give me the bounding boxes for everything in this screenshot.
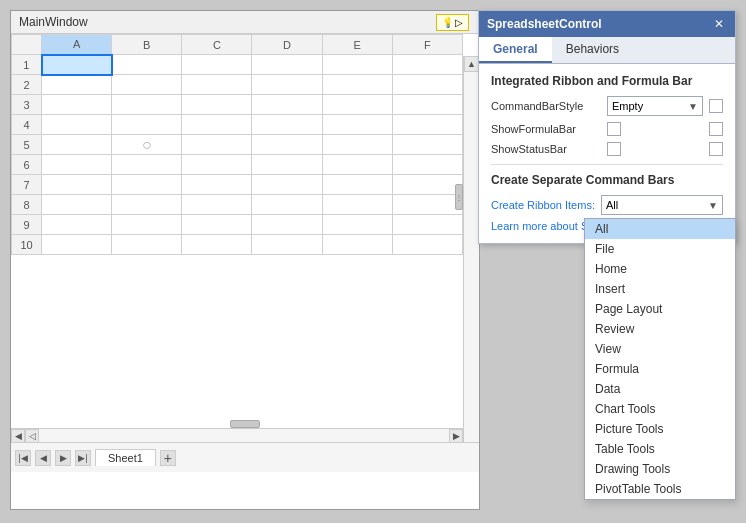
ribbon-items-arrow-icon: ▼ xyxy=(708,200,718,211)
dropdown-item-drawing-tools[interactable]: Drawing Tools xyxy=(585,459,735,479)
dropdown-item-review[interactable]: Review xyxy=(585,319,735,339)
table-row: 3 xyxy=(12,95,463,115)
dropdown-item-formula[interactable]: Formula xyxy=(585,359,735,379)
commandbar-style-dropdown[interactable]: Empty ▼ xyxy=(607,96,703,116)
horizontal-scrollbar[interactable]: ◀ ◁ ▶ xyxy=(11,428,463,442)
props-content: Integrated Ribbon and Formula Bar Comman… xyxy=(479,64,735,243)
props-header: SpreadsheetControl ✕ xyxy=(479,11,735,37)
create-ribbon-items-row: Create Ribbon Items: All ▼ xyxy=(491,195,723,215)
hint-expand-button[interactable]: ▷ xyxy=(450,14,469,31)
props-close-button[interactable]: ✕ xyxy=(711,16,727,32)
show-status-bar-extra xyxy=(709,142,723,156)
show-status-bar-row: ShowStatusBar xyxy=(491,142,723,156)
tab-last-button[interactable]: ▶| xyxy=(75,450,91,466)
col-header-a[interactable]: A xyxy=(42,35,112,55)
dropdown-item-page-layout[interactable]: Page Layout xyxy=(585,299,735,319)
cell-a1[interactable] xyxy=(42,55,112,75)
tab-next-button[interactable]: ▶ xyxy=(55,450,71,466)
dropdown-item-insert[interactable]: Insert xyxy=(585,279,735,299)
cell-b1[interactable] xyxy=(112,55,182,75)
separate-command-bars-label: Create Separate Command Bars xyxy=(491,173,723,187)
dropdown-item-view[interactable]: View xyxy=(585,339,735,359)
scroll-right-button[interactable]: ▶ xyxy=(449,429,463,443)
table-row: 6 xyxy=(12,155,463,175)
col-header-b[interactable]: B xyxy=(112,35,182,55)
dropdown-item-pivottable-tools[interactable]: PivotTable Tools xyxy=(585,479,735,499)
dropdown-item-table-tools[interactable]: Table Tools xyxy=(585,439,735,459)
create-ribbon-items-link[interactable]: Create Ribbon Items: xyxy=(491,199,595,211)
commandbar-style-value: Empty xyxy=(612,100,643,112)
props-tabs: General Behaviors xyxy=(479,37,735,64)
scroll-left2-button[interactable]: ◁ xyxy=(25,429,39,443)
dropdown-item-data[interactable]: Data xyxy=(585,379,735,399)
props-title: SpreadsheetControl xyxy=(487,17,602,31)
dropdown-arrow-icon: ▼ xyxy=(688,101,698,112)
table-row: 10 xyxy=(12,235,463,255)
scroll-up-button[interactable]: ▲ xyxy=(464,56,480,72)
scroll-left-button[interactable]: ◀ xyxy=(11,429,25,443)
show-status-bar-checkbox[interactable] xyxy=(607,142,621,156)
bottom-splitter-handle[interactable] xyxy=(230,420,260,428)
show-status-bar-label: ShowStatusBar xyxy=(491,143,601,155)
sheet1-tab[interactable]: Sheet1 xyxy=(95,449,156,466)
cell-c1[interactable] xyxy=(182,55,252,75)
tab-prev-button[interactable]: ◀ xyxy=(35,450,51,466)
dropdown-item-picture-tools[interactable]: Picture Tools xyxy=(585,419,735,439)
ribbon-items-dropdown-list: All File Home Insert Page Layout Review … xyxy=(584,218,736,500)
col-header-c[interactable]: C xyxy=(182,35,252,55)
ribbon-items-value: All xyxy=(606,199,618,211)
ribbon-items-dropdown[interactable]: All ▼ xyxy=(601,195,723,215)
cell-d1[interactable] xyxy=(252,55,322,75)
col-header-d[interactable]: D xyxy=(252,35,322,55)
right-splitter-handle[interactable]: ⋮ xyxy=(455,184,463,210)
show-formula-bar-row: ShowFormulaBar xyxy=(491,122,723,136)
cell-f1[interactable] xyxy=(392,55,462,75)
table-row: 2 xyxy=(12,75,463,95)
tab-general[interactable]: General xyxy=(479,37,552,63)
spreadsheet-area: A B C D E F 1 xyxy=(11,34,479,472)
dropdown-item-file[interactable]: File xyxy=(585,239,735,259)
dropdown-item-chart-tools[interactable]: Chart Tools xyxy=(585,399,735,419)
main-window: MainWindow A B C D E F xyxy=(10,10,480,510)
col-header-e[interactable]: E xyxy=(322,35,392,55)
table-row: 7 xyxy=(12,175,463,195)
show-formula-bar-extra xyxy=(709,122,723,136)
show-formula-bar-checkbox[interactable] xyxy=(607,122,621,136)
sheet-grid: A B C D E F 1 xyxy=(11,34,463,255)
row-num: 1 xyxy=(12,55,42,75)
main-window-title: MainWindow xyxy=(11,11,479,34)
sheet-tabs-bar: |◀ ◀ ▶ ▶| Sheet1 + xyxy=(11,442,479,472)
table-row: 9 xyxy=(12,215,463,235)
table-row: 1 xyxy=(12,55,463,75)
tab-behaviors[interactable]: Behaviors xyxy=(552,37,633,63)
commandbar-extra-box xyxy=(709,99,723,113)
corner-header xyxy=(12,35,42,55)
col-header-f[interactable]: F xyxy=(392,35,462,55)
table-row: 4 xyxy=(12,115,463,135)
tab-first-button[interactable]: |◀ xyxy=(15,450,31,466)
cell-e1[interactable] xyxy=(322,55,392,75)
properties-panel: SpreadsheetControl ✕ General Behaviors I… xyxy=(478,10,736,244)
add-sheet-button[interactable]: + xyxy=(160,450,176,466)
commandbar-style-label: CommandBarStyle xyxy=(491,100,601,112)
table-row: 5 ○ xyxy=(12,135,463,155)
separator xyxy=(491,164,723,165)
table-row: 8 xyxy=(12,195,463,215)
integrated-ribbon-label: Integrated Ribbon and Formula Bar xyxy=(491,74,723,88)
dropdown-item-all[interactable]: All xyxy=(585,219,735,239)
show-formula-bar-label: ShowFormulaBar xyxy=(491,123,601,135)
commandbar-style-row: CommandBarStyle Empty ▼ xyxy=(491,96,723,116)
dropdown-item-home[interactable]: Home xyxy=(585,259,735,279)
vertical-scrollbar[interactable]: ▲ ▼ xyxy=(463,56,479,472)
